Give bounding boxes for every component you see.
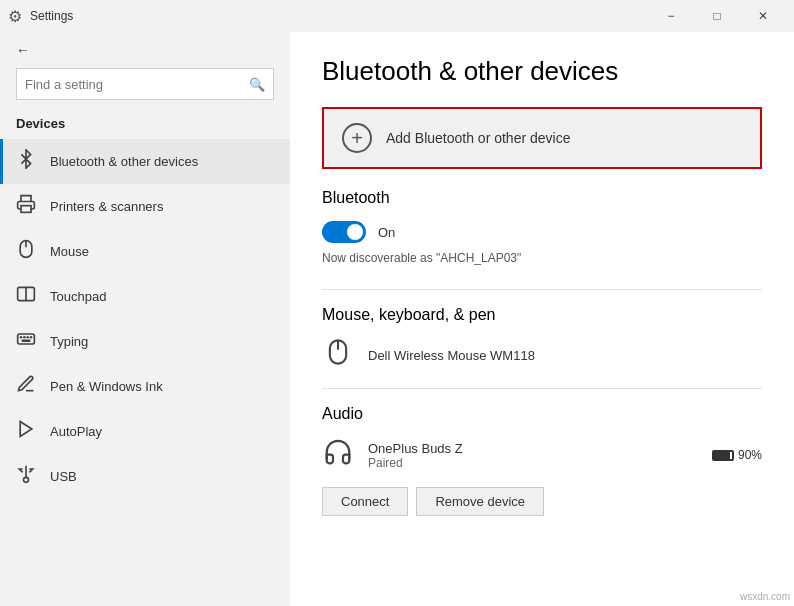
page-title: Bluetooth & other devices <box>322 56 762 87</box>
search-icon: 🔍 <box>249 77 265 92</box>
bluetooth-toggle[interactable] <box>322 221 366 243</box>
audio-section: Audio OnePlus Buds Z Paired <box>322 405 762 516</box>
buds-device-sub: Paired <box>368 456 698 470</box>
sidebar-section-label: Devices <box>0 112 290 139</box>
mouse-device-name: Dell Wireless Mouse WM118 <box>368 348 762 363</box>
device-item-mouse: Dell Wireless Mouse WM118 <box>322 338 762 372</box>
battery-percentage: 90% <box>738 448 762 462</box>
sidebar-item-label-typing: Typing <box>50 334 88 349</box>
battery-icon <box>712 450 734 461</box>
sidebar-item-printers[interactable]: Printers & scanners <box>0 184 290 229</box>
remove-device-button[interactable]: Remove device <box>416 487 544 516</box>
svg-rect-5 <box>18 334 35 344</box>
autoplay-icon <box>16 419 36 444</box>
app-body: ← 🔍 Devices Bluetooth & other devices Pr… <box>0 32 794 606</box>
sidebar-item-label-pen: Pen & Windows Ink <box>50 379 163 394</box>
sidebar-item-touchpad[interactable]: Touchpad <box>0 274 290 319</box>
sidebar-item-autoplay[interactable]: AutoPlay <box>0 409 290 454</box>
close-button[interactable]: ✕ <box>740 0 786 32</box>
bluetooth-icon <box>16 149 36 174</box>
bluetooth-toggle-row: On <box>322 221 762 243</box>
svg-marker-11 <box>20 422 32 437</box>
bluetooth-heading: Bluetooth <box>322 189 762 207</box>
connect-button[interactable]: Connect <box>322 487 408 516</box>
minimize-button[interactable]: − <box>648 0 694 32</box>
typing-icon <box>16 329 36 354</box>
svg-rect-0 <box>21 206 31 213</box>
sidebar-item-label-mouse: Mouse <box>50 244 89 259</box>
bluetooth-section: Bluetooth On Now discoverable as "AHCH_L… <box>322 189 762 265</box>
titlebar-title: Settings <box>30 9 73 23</box>
mouse-icon <box>16 239 36 264</box>
sidebar-item-bluetooth[interactable]: Bluetooth & other devices <box>0 139 290 184</box>
settings-icon: ⚙ <box>8 7 22 26</box>
device-item-buds: OnePlus Buds Z Paired 90% <box>322 437 762 473</box>
sidebar-item-typing[interactable]: Typing <box>0 319 290 364</box>
sidebar-item-label-autoplay: AutoPlay <box>50 424 102 439</box>
pen-icon <box>16 374 36 399</box>
sidebar-item-label-printers: Printers & scanners <box>50 199 163 214</box>
back-arrow-icon: ← <box>16 42 30 58</box>
sidebar-item-label-touchpad: Touchpad <box>50 289 106 304</box>
add-device-button[interactable]: + Add Bluetooth or other device <box>322 107 762 169</box>
mouse-device-info: Dell Wireless Mouse WM118 <box>368 348 762 363</box>
buds-device-name: OnePlus Buds Z <box>368 441 698 456</box>
divider-2 <box>322 388 762 389</box>
bluetooth-toggle-label: On <box>378 225 395 240</box>
sidebar-item-pen[interactable]: Pen & Windows Ink <box>0 364 290 409</box>
touchpad-icon <box>16 284 36 309</box>
sidebar-item-label-usb: USB <box>50 469 77 484</box>
buds-device-info: OnePlus Buds Z Paired <box>368 441 698 470</box>
audio-heading: Audio <box>322 405 762 423</box>
search-box[interactable]: 🔍 <box>16 68 274 100</box>
sidebar: ← 🔍 Devices Bluetooth & other devices Pr… <box>0 32 290 606</box>
watermark: wsxdn.com <box>740 591 790 602</box>
printer-icon <box>16 194 36 219</box>
discoverable-text: Now discoverable as "AHCH_LAP03" <box>322 251 762 265</box>
sidebar-item-usb[interactable]: USB <box>0 454 290 499</box>
sidebar-item-mouse[interactable]: Mouse <box>0 229 290 274</box>
titlebar-left: ⚙ Settings <box>8 7 648 26</box>
divider-1 <box>322 289 762 290</box>
mouse-keyboard-section: Mouse, keyboard, & pen Dell Wireless Mou… <box>322 306 762 372</box>
mouse-device-icon <box>322 338 354 372</box>
sidebar-item-label-bluetooth: Bluetooth & other devices <box>50 154 198 169</box>
add-device-label: Add Bluetooth or other device <box>386 130 570 146</box>
content-area: Bluetooth & other devices + Add Bluetoot… <box>290 32 794 606</box>
svg-point-12 <box>24 477 29 482</box>
usb-icon <box>16 464 36 489</box>
action-buttons: Connect Remove device <box>322 487 762 516</box>
titlebar-controls: − □ ✕ <box>648 0 786 32</box>
toggle-knob <box>347 224 363 240</box>
back-button[interactable]: ← <box>0 36 290 64</box>
titlebar: ⚙ Settings − □ ✕ <box>0 0 794 32</box>
headphone-device-icon <box>322 437 354 473</box>
buds-battery: 90% <box>712 448 762 462</box>
maximize-button[interactable]: □ <box>694 0 740 32</box>
plus-icon: + <box>342 123 372 153</box>
mouse-keyboard-heading: Mouse, keyboard, & pen <box>322 306 762 324</box>
search-input[interactable] <box>25 77 243 92</box>
